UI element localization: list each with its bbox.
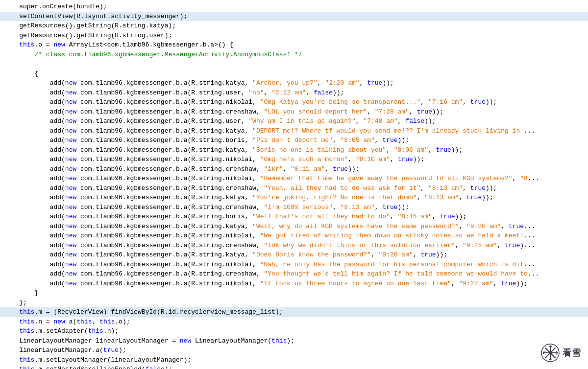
code-line: add(new com.tlamb96.kgbmessenger.b.a(R.s… — [0, 126, 588, 136]
code-line: add(new com.tlamb96.kgbmessenger.b.a(R.s… — [0, 184, 588, 193]
code-line: add(new com.tlamb96.kgbmessenger.b.a(R.s… — [0, 116, 588, 126]
code-line: add(new com.tlamb96.kgbmessenger.b.a(R.s… — [0, 107, 588, 117]
code-line: linearLayoutManager.a(true); — [0, 346, 588, 355]
code-line: }; — [0, 298, 588, 308]
code-line: add(new com.tlamb96.kgbmessenger.b.a(R.s… — [0, 241, 588, 251]
code-line: this.m.setNestedScrollingEnabled(false); — [0, 365, 588, 369]
code-line: add(new com.tlamb96.kgbmessenger.b.a(R.s… — [0, 174, 588, 184]
code-line: add(new com.tlamb96.kgbmessenger.b.a(R.s… — [0, 260, 588, 270]
code-line: /* class com.tlamb96.kgbmessenger.Messen… — [0, 50, 588, 60]
code-line: } — [0, 288, 588, 298]
code-line-highlight: this.m = (RecyclerView) findViewById(R.i… — [0, 307, 588, 317]
watermark: 看雪 — [541, 344, 581, 362]
code-line: add(new com.tlamb96.kgbmessenger.b.a(R.s… — [0, 212, 588, 222]
code-line: add(new com.tlamb96.kgbmessenger.b.a(R.s… — [0, 145, 588, 155]
code-line: add(new com.tlamb96.kgbmessenger.b.a(R.s… — [0, 203, 588, 212]
watermark-text: 看雪 — [563, 346, 581, 360]
svg-point-13 — [549, 351, 552, 354]
code-line — [0, 59, 588, 69]
code-line: this.o = new ArrayList<com.tlamb96.kgbme… — [0, 40, 588, 50]
code-container: super.onCreate(bundle); setContentView(R… — [0, 0, 588, 369]
code-line: getResources().getString(R.string.user); — [0, 31, 588, 41]
code-line: { — [0, 69, 588, 79]
code-line: add(new com.tlamb96.kgbmessenger.b.a(R.s… — [0, 250, 588, 260]
code-line: add(new com.tlamb96.kgbmessenger.b.a(R.s… — [0, 193, 588, 203]
code-line: getResources().getString(R.string.katya)… — [0, 21, 588, 31]
code-line: add(new com.tlamb96.kgbmessenger.b.a(R.s… — [0, 88, 588, 98]
code-line: add(new com.tlamb96.kgbmessenger.b.a(R.s… — [0, 136, 588, 145]
code-line: add(new com.tlamb96.kgbmessenger.b.a(R.s… — [0, 97, 588, 107]
code-line: add(new com.tlamb96.kgbmessenger.b.a(R.s… — [0, 222, 588, 231]
code-line: add(new com.tlamb96.kgbmessenger.b.a(R.s… — [0, 78, 588, 88]
code-line: add(new com.tlamb96.kgbmessenger.b.a(R.s… — [0, 164, 588, 174]
code-line-highlight: setContentView(R.layout.activity_messeng… — [0, 12, 588, 22]
code-line: add(new com.tlamb96.kgbmessenger.b.a(R.s… — [0, 279, 588, 289]
code-line: add(new com.tlamb96.kgbmessenger.b.a(R.s… — [0, 269, 588, 279]
watermark-logo-icon — [541, 344, 560, 362]
code-line: add(new com.tlamb96.kgbmessenger.b.a(R.s… — [0, 231, 588, 241]
code-line: add(new com.tlamb96.kgbmessenger.b.a(R.s… — [0, 155, 588, 164]
code-line: LinearLayoutManager linearLayoutManager … — [0, 336, 588, 346]
code-line: super.onCreate(bundle); — [0, 2, 588, 12]
code-line: this.n = new a(this, this.o); — [0, 317, 588, 327]
code-line: this.m.setAdapter(this.n); — [0, 326, 588, 336]
code-line: this.m.setLayoutManager(linearLayoutMana… — [0, 355, 588, 365]
